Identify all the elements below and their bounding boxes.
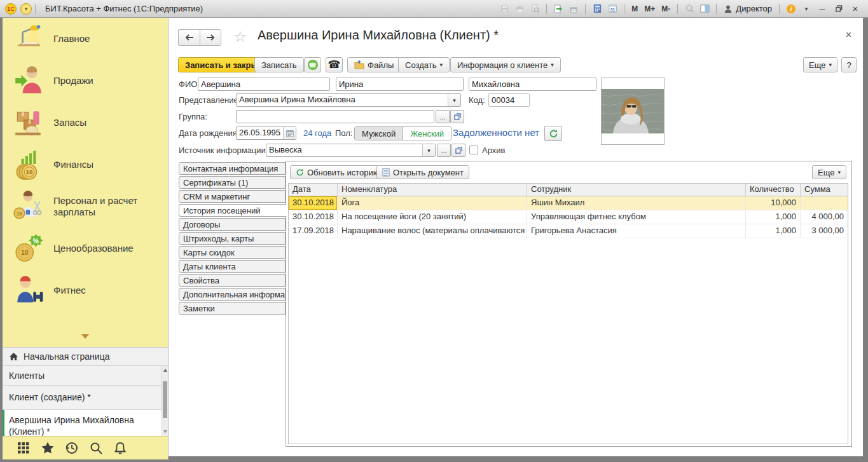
tab-discount-cards[interactable]: Карты скидок bbox=[179, 246, 286, 259]
close-form-button[interactable]: × bbox=[846, 31, 851, 39]
table-row[interactable]: 17.09.2018 Наращивание волос (материалы … bbox=[289, 224, 848, 238]
memory-m-plus-button[interactable]: M+ bbox=[642, 4, 658, 13]
search-icon[interactable] bbox=[89, 441, 103, 455]
archive-checkbox[interactable] bbox=[469, 146, 478, 154]
phone-button[interactable]: ☎ bbox=[326, 57, 343, 72]
gender-male-option[interactable]: Мужской bbox=[355, 127, 403, 140]
call-client-button[interactable]: ☎ bbox=[304, 57, 321, 72]
form-more-button[interactable]: Еще ▾ bbox=[803, 57, 837, 72]
follow-link-icon[interactable] bbox=[567, 2, 581, 16]
info-icon[interactable]: i bbox=[784, 2, 798, 16]
info-dropdown-button[interactable]: ▾ bbox=[799, 2, 813, 16]
cell-qty[interactable]: 1,000 bbox=[746, 210, 801, 224]
group-input[interactable] bbox=[236, 110, 434, 123]
middle-name-input[interactable] bbox=[469, 78, 596, 91]
sidebar-item-sales[interactable]: Продажи bbox=[3, 60, 168, 102]
refresh-debt-button[interactable] bbox=[544, 126, 562, 141]
memory-m-minus-button[interactable]: M- bbox=[659, 4, 673, 13]
get-link-icon[interactable] bbox=[551, 2, 565, 16]
refresh-history-button[interactable]: Обновить историю bbox=[290, 165, 385, 179]
column-header-sum[interactable]: Сумма bbox=[801, 184, 848, 196]
tab-contracts[interactable]: Договоры bbox=[179, 218, 286, 231]
birth-date-input[interactable]: 26.05.1995 bbox=[236, 126, 296, 140]
info-source-open-button[interactable] bbox=[451, 144, 465, 157]
scrollbar-thumb[interactable] bbox=[163, 381, 167, 418]
favorite-star-icon[interactable]: ☆ bbox=[233, 28, 247, 46]
column-header-item[interactable]: Номенклатура bbox=[338, 184, 527, 196]
minimize-button[interactable]: – bbox=[815, 2, 830, 16]
main-menu-button[interactable]: ▾ bbox=[20, 3, 32, 15]
files-button[interactable]: Файлы bbox=[347, 57, 401, 72]
sidebar-item-main[interactable]: Главное bbox=[3, 18, 168, 60]
sidebar-item-hr-payroll[interactable]: 10 Персонал и расчет зарплаты bbox=[3, 186, 168, 228]
column-header-employee[interactable]: Сотрудник bbox=[527, 184, 746, 196]
window-tab-client-new[interactable]: Клиент (создание) * bbox=[3, 386, 168, 410]
cell-date[interactable]: 17.09.2018 bbox=[289, 224, 338, 238]
tab-visit-history[interactable]: История посещений bbox=[179, 204, 287, 217]
cell-sum[interactable]: 3 000,00 bbox=[801, 224, 848, 238]
cell-employee[interactable]: Яшин Михаил bbox=[527, 196, 746, 210]
tab-properties[interactable]: Свойства bbox=[179, 274, 286, 287]
calendar-picker-icon[interactable] bbox=[283, 127, 296, 139]
create-button[interactable]: Создать ▾ bbox=[398, 57, 450, 72]
favorites-star-icon[interactable] bbox=[41, 441, 55, 455]
cell-item[interactable]: На посещение йоги (20 занятий) bbox=[338, 210, 527, 224]
sidebar-item-fitness[interactable]: Фитнес bbox=[3, 269, 168, 311]
cell-date[interactable]: 30.10.2018 bbox=[289, 196, 338, 210]
tab-additional-info[interactable]: Дополнительная информация bbox=[179, 288, 286, 301]
cell-item[interactable]: Йога bbox=[338, 196, 527, 210]
cell-employee[interactable]: Григорьева Анастасия bbox=[527, 224, 746, 238]
windows-scrollbar[interactable] bbox=[162, 366, 168, 436]
open-document-button[interactable]: Открыть документ bbox=[376, 165, 469, 179]
save-button[interactable]: Записать bbox=[254, 57, 304, 72]
notifications-bell-icon[interactable] bbox=[113, 441, 127, 455]
last-name-input[interactable] bbox=[198, 78, 330, 91]
menu-grid-icon[interactable] bbox=[17, 441, 31, 455]
info-source-combo[interactable]: Вывеска ▾ bbox=[266, 144, 436, 157]
table-row[interactable]: 30.10.2018 На посещение йоги (20 занятий… bbox=[289, 210, 848, 224]
code-input[interactable] bbox=[488, 93, 530, 107]
gender-female-option[interactable]: Женский bbox=[403, 127, 451, 140]
cell-sum[interactable]: 4 000,00 bbox=[801, 210, 848, 224]
maximize-button[interactable] bbox=[831, 2, 846, 16]
client-info-button[interactable]: Информация о клиенте ▾ bbox=[450, 57, 561, 72]
tab-barcodes-cards[interactable]: Штрихкоды, карты bbox=[179, 232, 286, 245]
history-icon[interactable] bbox=[65, 441, 79, 455]
window-tab-clients[interactable]: Клиенты bbox=[3, 366, 168, 386]
group-open-button[interactable] bbox=[450, 110, 464, 123]
help-button[interactable]: ? bbox=[841, 57, 857, 72]
presentation-combo[interactable]: Авершина Ирина Михайловна ▾ bbox=[236, 93, 461, 107]
group-select-button[interactable]: ... bbox=[436, 110, 450, 123]
table-row[interactable]: 30.10.2018 Йога Яшин Михаил 10,000 bbox=[289, 196, 848, 210]
first-name-input[interactable] bbox=[336, 78, 464, 91]
back-button[interactable] bbox=[178, 29, 200, 46]
sidebar-scroll-down-button[interactable] bbox=[3, 334, 168, 339]
sidebar-item-pricing[interactable]: 10% Ценообразование bbox=[3, 228, 168, 269]
calendar-icon[interactable]: 31 bbox=[605, 2, 619, 16]
calculator-icon[interactable] bbox=[590, 2, 604, 16]
cell-qty[interactable]: 10,000 bbox=[746, 196, 801, 210]
close-window-button[interactable]: × bbox=[848, 2, 863, 16]
tab-client-dates[interactable]: Даты клиента bbox=[179, 260, 286, 273]
cell-date[interactable]: 30.10.2018 bbox=[289, 210, 338, 224]
memory-m-button[interactable]: M bbox=[629, 4, 640, 13]
chevron-down-icon[interactable]: ▾ bbox=[448, 94, 460, 106]
current-user-button[interactable]: Директор bbox=[721, 4, 775, 13]
debt-status-link[interactable]: Задолженности нет bbox=[453, 126, 539, 140]
home-page-tab[interactable]: Начальная страница bbox=[3, 347, 168, 366]
cell-sum[interactable] bbox=[801, 196, 848, 210]
split-window-icon[interactable] bbox=[698, 2, 712, 16]
tab-crm-marketing[interactable]: CRM и маркетинг bbox=[179, 190, 286, 203]
client-photo[interactable] bbox=[601, 78, 665, 145]
sidebar-item-finance[interactable]: 10 Финансы bbox=[3, 144, 168, 186]
tab-certificates[interactable]: Сертификаты (1) bbox=[179, 176, 286, 189]
tab-contact-info[interactable]: Контактная информация bbox=[179, 162, 286, 175]
chevron-down-icon[interactable]: ▾ bbox=[422, 144, 435, 156]
column-header-qty[interactable]: Количество bbox=[746, 184, 801, 196]
cell-qty[interactable]: 1,000 bbox=[746, 224, 801, 238]
tab-notes[interactable]: Заметки bbox=[179, 302, 286, 315]
forward-button[interactable] bbox=[200, 29, 221, 46]
history-more-button[interactable]: Еще ▾ bbox=[812, 165, 846, 179]
sidebar-item-stock[interactable]: Запасы bbox=[3, 102, 168, 144]
column-header-date[interactable]: Дата bbox=[289, 184, 338, 196]
